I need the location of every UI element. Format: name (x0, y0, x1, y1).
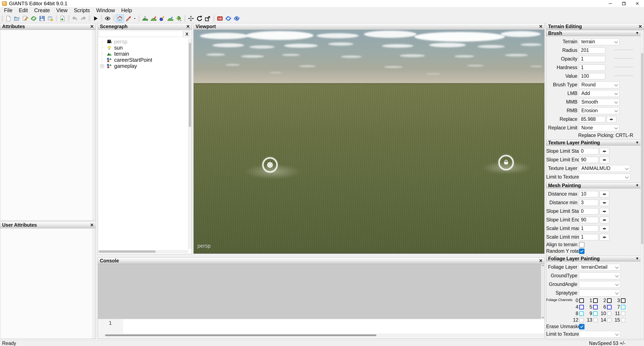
slope-limit-end-input[interactable]: 90 (579, 157, 598, 163)
scrollbar-thumb[interactable] (189, 43, 191, 127)
channel-checkbox[interactable] (593, 298, 598, 303)
foliage-layer-select[interactable]: terrainDetail (579, 264, 620, 271)
expand-icon[interactable]: + (100, 64, 104, 68)
scenegraph-item-sun[interactable]: sun (98, 45, 188, 51)
minimize-button[interactable] (604, 0, 617, 7)
viewport-3d-canvas[interactable]: persp (194, 30, 544, 254)
close-button[interactable]: × (630, 0, 644, 7)
channel-checkbox[interactable] (621, 318, 626, 323)
channel-checkbox[interactable] (579, 305, 584, 310)
attributes-close-icon[interactable]: × (90, 24, 94, 29)
menu-window[interactable]: Window (93, 7, 118, 14)
scrollbar-thumb[interactable] (99, 250, 156, 253)
channel-checkbox[interactable] (607, 311, 612, 316)
value-slider[interactable] (614, 75, 633, 77)
random-y-rotate-checkbox[interactable] (579, 249, 584, 254)
rotate-tool-button[interactable] (195, 14, 204, 23)
limit-to-texture-select[interactable] (579, 331, 620, 338)
user-attributes-close-icon[interactable]: × (90, 222, 94, 228)
foliage-channel-3[interactable]: 3 (614, 298, 628, 303)
foliage-channel-11[interactable]: 11 (614, 311, 628, 316)
terrain-editing-close-icon[interactable]: × (638, 24, 642, 29)
scrollbar-thumb[interactable] (105, 335, 376, 336)
slope-limit-start-input[interactable]: 0 (579, 208, 598, 215)
scale-limit-min-stepper[interactable]: ◂▸ (600, 234, 609, 241)
console-script-input[interactable] (123, 319, 544, 334)
channel-checkbox[interactable] (593, 305, 598, 310)
slope-limit-start-stepper[interactable]: ◂▸ (600, 148, 609, 155)
groundtype-select[interactable] (579, 273, 620, 279)
replace-limit-select[interactable]: None (579, 125, 620, 131)
tree-place-button[interactable] (174, 14, 183, 23)
channel-checkbox[interactable] (593, 318, 598, 323)
viewport-close-icon[interactable]: × (539, 24, 542, 29)
channel-checkbox[interactable] (621, 305, 626, 310)
opacity-slider[interactable] (614, 58, 633, 60)
scrollbar-thumb[interactable] (641, 53, 643, 244)
redo-button[interactable] (79, 14, 88, 23)
scenegraph-item-terrain[interactable]: terrain (98, 51, 188, 57)
slope-limit-end-stepper[interactable]: ◂▸ (600, 217, 609, 223)
scene-marker-basket[interactable] (498, 155, 514, 170)
foliage-channel-12[interactable]: 12 (572, 317, 586, 323)
console-log[interactable] (98, 264, 544, 319)
restore-button[interactable] (617, 0, 630, 7)
slope-limit-start-input[interactable]: 0 (579, 148, 598, 154)
terrain-select[interactable]: terrain (579, 38, 620, 45)
foliage-channel-5[interactable]: 5 (586, 304, 600, 310)
reload-scripts-button[interactable] (232, 14, 241, 23)
distance-min-input[interactable]: 3 (579, 200, 598, 206)
terrain-editing-scrollbar[interactable] (640, 30, 644, 339)
menu-edit[interactable]: Edit (16, 7, 31, 14)
channel-checkbox[interactable] (579, 311, 584, 316)
replace-input[interactable]: 85.988 (579, 116, 605, 122)
channel-checkbox[interactable] (607, 305, 612, 310)
foliage-channel-4[interactable]: 4 (572, 304, 586, 310)
foliage-channel-8[interactable]: 8 (572, 311, 586, 316)
export-button[interactable] (46, 14, 55, 23)
new-file-button[interactable] (4, 14, 12, 23)
foliage-channel-1[interactable]: 1 (586, 298, 600, 303)
scenegraph-search-clear-button[interactable]: X (184, 31, 190, 37)
opacity-input[interactable]: 1 (579, 56, 605, 62)
scenegraph-item-careerstartpoint[interactable]: careerStartPoint (98, 57, 188, 63)
scenegraph-close-icon[interactable]: × (186, 24, 190, 29)
channel-checkbox[interactable] (607, 318, 612, 323)
foliage-paint-button[interactable] (158, 14, 166, 23)
menu-scripts[interactable]: Scripts (71, 7, 93, 14)
foliage-channel-2[interactable]: 2 (600, 298, 614, 303)
channel-checkbox[interactable] (593, 311, 598, 316)
scroll-up-icon[interactable] (542, 265, 544, 266)
channel-checkbox[interactable] (607, 298, 612, 303)
lmb-select[interactable]: Add (579, 90, 620, 97)
hardness-input[interactable]: 1 (579, 64, 605, 71)
console-vertical-scrollbar[interactable] (541, 264, 544, 319)
console-close-icon[interactable]: × (539, 258, 542, 264)
terrain-paint-button[interactable] (166, 14, 174, 23)
visibility-button[interactable] (104, 14, 112, 23)
menu-view[interactable]: View (53, 7, 71, 14)
replace-stepper[interactable]: ◂▸ (606, 116, 616, 123)
toolbar-dropdown-caret[interactable] (132, 14, 137, 22)
brush-section-header[interactable]: Brush▼ (546, 30, 641, 36)
user-attributes-scrollbar[interactable] (92, 228, 96, 339)
terrain-sculpt-button[interactable] (141, 14, 149, 23)
undo-button[interactable] (71, 14, 79, 23)
erase-unmasked-checkbox[interactable] (579, 324, 584, 330)
slope-limit-start-stepper[interactable]: ◂▸ (600, 208, 609, 215)
home-camera-button[interactable] (116, 14, 124, 23)
rmb-select[interactable]: Erosion (579, 107, 620, 114)
distance-max-input[interactable]: 10 (579, 191, 598, 197)
foliage-channel-15[interactable]: 15 (614, 317, 628, 323)
scale-limit-max-input[interactable]: 1 (579, 225, 598, 232)
distance-min-stepper[interactable]: ◂▸ (600, 199, 609, 206)
slope-limit-end-input[interactable]: 90 (579, 217, 598, 223)
reload-textures-button[interactable] (224, 14, 232, 23)
console-horizontal-scrollbar[interactable] (98, 334, 544, 337)
terrain-smooth-button[interactable] (149, 14, 158, 23)
texture-layer-select[interactable]: ANIMALMUD (579, 165, 630, 172)
distance-max-stepper[interactable]: ◂▸ (600, 191, 609, 197)
scroll-down-icon[interactable] (542, 317, 544, 319)
menu-create[interactable]: Create (31, 7, 53, 14)
foliage-channel-0[interactable]: 0 (572, 298, 586, 303)
